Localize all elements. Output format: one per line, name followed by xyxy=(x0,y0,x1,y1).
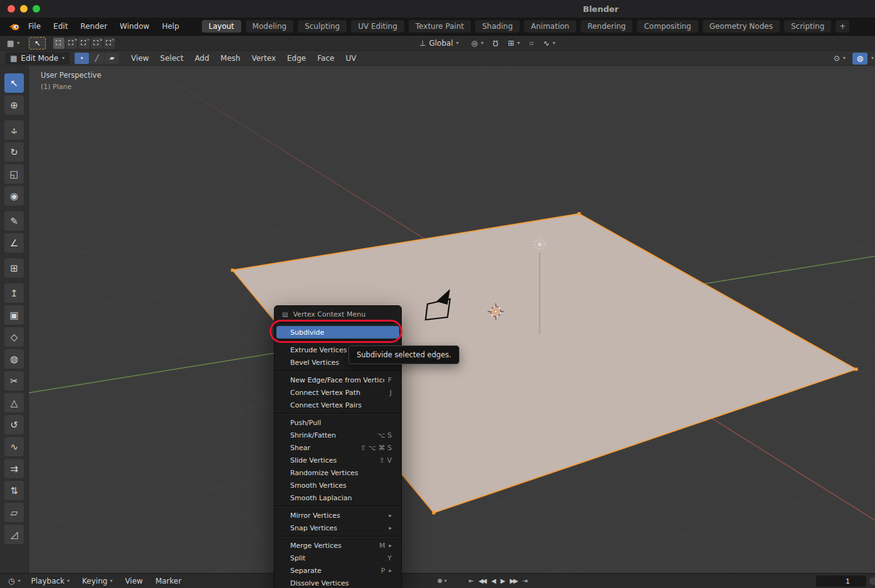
plane-vertex[interactable] xyxy=(578,213,581,216)
menu-edit[interactable]: Edit xyxy=(47,18,74,35)
editor-type-dropdown[interactable]: ▦ ▾ xyxy=(4,37,23,50)
jump-to-start-button[interactable]: ⇤ xyxy=(466,576,475,585)
menu-playback[interactable]: Playback ▾ xyxy=(25,572,76,588)
zoom-window-button[interactable] xyxy=(33,5,40,13)
auto-keying-toggle[interactable]: ● ▾ xyxy=(438,578,447,584)
select-op-extend[interactable]: + xyxy=(66,38,77,49)
menu-item-separate[interactable]: Separate P ▸ xyxy=(276,564,399,577)
add-cube-tool-icon[interactable]: ⊞ xyxy=(4,258,24,278)
menu-item-smooth-laplacian[interactable]: Smooth Laplacian ▸ xyxy=(276,491,399,504)
menu-item-merge-vertices[interactable]: Merge Vertices M ▸ xyxy=(276,539,399,552)
menu-item-dissolve-vertices[interactable]: Dissolve Vertices ▸ xyxy=(276,577,399,588)
timeline-editor-dropdown[interactable]: ◷ ▾ xyxy=(5,575,24,587)
tab-layout[interactable]: Layout xyxy=(202,20,241,33)
menu-vertex[interactable]: Vertex xyxy=(246,51,281,66)
menu-help[interactable]: Help xyxy=(155,18,185,35)
extrude-region-tool-icon[interactable]: ↥ xyxy=(4,283,24,303)
tab-geometry-nodes[interactable]: Geometry Nodes xyxy=(703,20,780,33)
falloff-dropdown[interactable]: ∿ ▾ xyxy=(540,37,558,50)
move-tool-icon[interactable]: ↔ ↕ xyxy=(4,120,24,140)
menu-item-connect-vertex-path[interactable]: Connect Vertex Path J ▸ xyxy=(276,386,399,399)
tab-texture-paint[interactable]: Texture Paint xyxy=(409,20,471,33)
tab-rendering[interactable]: Rendering xyxy=(580,20,632,33)
play-reverse-button[interactable]: ◀ xyxy=(489,576,498,585)
menu-face[interactable]: Face xyxy=(312,51,340,66)
transform-orientation-dropdown[interactable]: ⊥ Global ▾ xyxy=(416,37,462,50)
menu-view-timeline[interactable]: View ▾ xyxy=(118,572,149,588)
play-button[interactable]: ▶ xyxy=(498,576,506,585)
tab-shading[interactable]: Shading xyxy=(475,20,520,33)
jump-to-end-button[interactable]: ⇥ xyxy=(520,576,529,585)
mode-dropdown[interactable]: ▦ Edit Mode ▾ xyxy=(5,52,70,65)
vertex-select-button[interactable]: • xyxy=(75,53,89,64)
prev-keyframe-button[interactable]: ◀◀ xyxy=(476,576,488,585)
menu-keying[interactable]: Keying ▾ xyxy=(76,572,118,588)
menu-edge[interactable]: Edge xyxy=(281,51,312,66)
menu-item-slide-vertices[interactable]: Slide Vertices ⇧ V ▸ xyxy=(276,454,399,466)
menu-item-snap-vertices[interactable]: Snap Vertices ▸ xyxy=(276,522,399,534)
knife-tool-icon[interactable]: ✂ xyxy=(4,371,24,391)
transform-tool-icon[interactable]: ◉ xyxy=(4,186,24,206)
cursor-tool-icon[interactable]: ⊕ xyxy=(4,95,24,115)
viewport-shading-button[interactable]: ◍ xyxy=(852,53,867,65)
annotate-tool-icon[interactable]: ✎ xyxy=(4,211,24,231)
minimize-window-button[interactable] xyxy=(20,5,28,13)
pivot-point-dropdown[interactable]: ◎ ▾ xyxy=(468,37,487,50)
tab-uv-editing[interactable]: UV Editing xyxy=(351,20,404,33)
menu-item-connect-vertex-pairs[interactable]: Connect Vertex Pairs ▸ xyxy=(276,399,399,411)
menu-window[interactable]: Window xyxy=(113,18,155,35)
tab-modeling[interactable]: Modeling xyxy=(246,20,294,33)
scale-tool-icon[interactable]: ◱ xyxy=(4,164,24,184)
measure-tool-icon[interactable]: ∠ xyxy=(4,233,24,253)
close-window-button[interactable] xyxy=(8,5,15,13)
menu-view[interactable]: View xyxy=(125,51,154,66)
select-op-invert[interactable]: × xyxy=(91,38,102,49)
inset-faces-tool-icon[interactable]: ▣ xyxy=(4,305,24,325)
tab-animation[interactable]: Animation xyxy=(524,20,576,33)
menu-item-new-edge-face[interactable]: New Edge/Face from Vertices F ▸ xyxy=(276,374,399,386)
current-frame-field[interactable]: 1 xyxy=(816,575,866,587)
poly-build-tool-icon[interactable]: △ xyxy=(4,393,24,412)
rotate-tool-icon[interactable]: ↻ xyxy=(4,142,24,162)
menu-marker[interactable]: Marker ▾ xyxy=(149,572,187,588)
viewport-canvas[interactable] xyxy=(0,66,875,573)
select-box-tool-icon[interactable]: ↖ xyxy=(4,73,24,93)
menu-item-smooth-vertices[interactable]: Smooth Vertices ▸ xyxy=(276,479,399,491)
menu-uv[interactable]: UV xyxy=(340,51,362,66)
menu-mesh[interactable]: Mesh xyxy=(215,51,246,66)
snap-settings-dropdown[interactable]: ⊞ ▾ xyxy=(505,37,523,50)
menu-add[interactable]: Add xyxy=(189,51,215,66)
menu-file[interactable]: File xyxy=(22,18,47,35)
menu-item-push-pull[interactable]: Push/Pull ▸ xyxy=(276,416,399,429)
select-op-subtract[interactable]: − xyxy=(78,38,90,49)
menu-item-shear[interactable]: Shear ⇧ ⌥ ⌘ S ▸ xyxy=(276,441,399,454)
tab-sculpting[interactable]: Sculpting xyxy=(298,20,347,33)
smooth-tool-icon[interactable]: ∿ xyxy=(4,437,24,456)
rip-region-tool-icon[interactable]: ◿ xyxy=(4,525,24,544)
bevel-tool-icon[interactable]: ◇ xyxy=(4,327,24,347)
plane-vertex[interactable] xyxy=(855,368,858,371)
shrink-fatten-tool-icon[interactable]: ⇅ xyxy=(4,481,24,500)
loop-cut-tool-icon[interactable]: ◍ xyxy=(4,349,24,369)
active-tool-button[interactable]: ↖ xyxy=(29,37,46,50)
menu-render[interactable]: Render xyxy=(74,18,113,35)
menu-item-shrink-fatten[interactable]: Shrink/Fatten ⌥ S ▸ xyxy=(276,429,399,441)
menu-item-mirror-vertices[interactable]: Mirror Vertices ▸ xyxy=(276,509,399,522)
timeline-corner-button[interactable] xyxy=(869,577,875,585)
menu-select[interactable]: Select xyxy=(155,51,189,66)
snap-toggle-button[interactable]: Ω xyxy=(493,39,498,48)
select-op-intersect[interactable]: ∩ xyxy=(103,38,115,49)
tab-scripting[interactable]: Scripting xyxy=(784,20,831,33)
menu-item-randomize-vertices[interactable]: Randomize Vertices ▸ xyxy=(276,466,399,479)
spin-tool-icon[interactable]: ↺ xyxy=(4,415,24,434)
next-keyframe-button[interactable]: ▶▶ xyxy=(507,576,519,585)
face-select-button[interactable]: ▰ xyxy=(105,53,119,64)
shear-tool-icon[interactable]: ▱ xyxy=(4,503,24,522)
visibility-dropdown[interactable]: ⊙ ▾ xyxy=(830,52,849,65)
plane-vertex[interactable] xyxy=(231,269,234,272)
plane-vertex[interactable] xyxy=(432,512,436,515)
proportional-editing-toggle[interactable]: ○ xyxy=(529,39,533,47)
select-op-set[interactable] xyxy=(53,38,65,49)
edge-slide-tool-icon[interactable]: ⇉ xyxy=(4,459,24,478)
blender-logo-icon[interactable] xyxy=(9,23,19,31)
